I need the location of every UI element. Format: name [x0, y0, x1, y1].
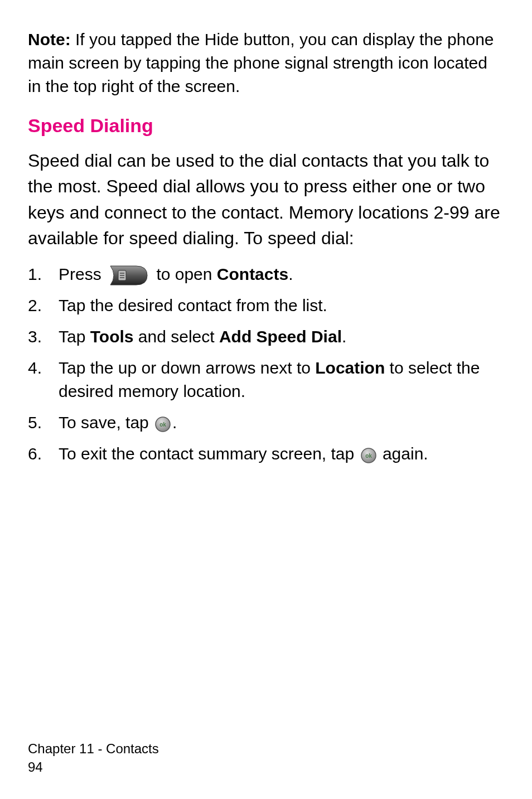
step-3: 3. Tap Tools and select Add Speed Dial.	[28, 325, 504, 348]
step-content: To exit the contact summary screen, tap …	[59, 442, 504, 466]
step-bold: Contacts	[217, 265, 288, 283]
step-number: 6.	[28, 442, 59, 466]
step-number: 2.	[28, 294, 59, 317]
contacts-key-icon	[109, 265, 148, 286]
section-heading: Speed Dialing	[28, 115, 504, 137]
step-text: to open	[156, 265, 216, 283]
ok-button-icon: ok	[154, 415, 171, 432]
step-number: 3.	[28, 325, 59, 348]
step-number: 5.	[28, 411, 59, 434]
svg-text:ok: ok	[159, 422, 166, 428]
note-text: If you tapped the Hide button, you can d…	[28, 30, 494, 95]
step-number: 1.	[28, 263, 59, 286]
page-footer: Chapter 11 - Contacts 94	[28, 739, 504, 777]
chapter-label: Chapter 11 - Contacts	[28, 739, 504, 758]
step-content: To save, tap ok .	[59, 411, 504, 434]
page-content: Note: If you tapped the Hide button, you…	[28, 28, 504, 739]
step-text: .	[172, 413, 177, 432]
step-5: 5. To save, tap ok .	[28, 411, 504, 434]
step-text: To save, tap	[59, 413, 153, 432]
ok-button-icon: ok	[360, 447, 377, 463]
step-bold: Location	[315, 359, 385, 377]
step-bold: Add Speed Dial	[219, 327, 342, 346]
step-text: Tap the desired contact from the list.	[59, 294, 504, 317]
step-text: Tap the up or down arrows next to	[59, 359, 315, 377]
step-text: Tap	[59, 327, 90, 346]
page-number: 94	[28, 758, 504, 777]
step-content: Tap Tools and select Add Speed Dial.	[59, 325, 504, 348]
step-content: Press	[59, 263, 504, 286]
step-4: 4. Tap the up or down arrows next to Loc…	[28, 356, 504, 403]
step-text: and select	[134, 327, 219, 346]
intro-paragraph: Speed dial can be used to the dial conta…	[28, 148, 504, 251]
step-2: 2. Tap the desired contact from the list…	[28, 294, 504, 317]
step-bold: Tools	[90, 327, 134, 346]
note-paragraph: Note: If you tapped the Hide button, you…	[28, 28, 504, 98]
step-text: again.	[378, 444, 428, 463]
step-number: 4.	[28, 356, 59, 380]
svg-text:ok: ok	[365, 453, 372, 459]
step-1: 1. Press	[28, 263, 504, 286]
step-text: Press	[59, 265, 106, 283]
step-text: .	[342, 327, 346, 346]
step-text: .	[288, 265, 293, 283]
steps-list: 1. Press	[28, 263, 504, 466]
note-label: Note:	[28, 30, 71, 49]
step-text: To exit the contact summary screen, tap	[59, 444, 359, 463]
step-content: Tap the up or down arrows next to Locati…	[59, 356, 504, 403]
step-6: 6. To exit the contact summary screen, t…	[28, 442, 504, 466]
